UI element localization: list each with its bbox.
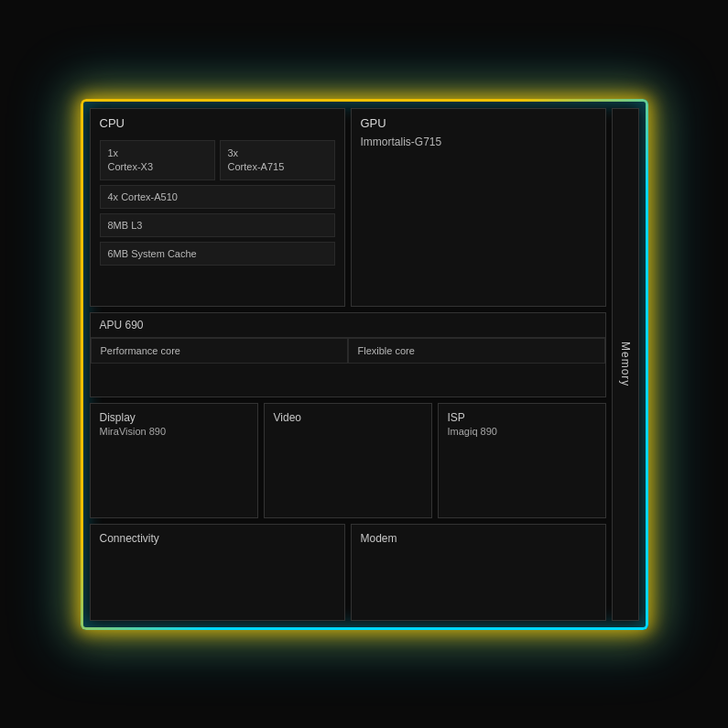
gpu-label: GPU (361, 116, 596, 130)
apu-label: APU 690 (91, 313, 605, 338)
apu-perf-core: Performance core (91, 338, 348, 364)
cpu-block: CPU 1x Cortex-X3 3x Cortex-A715 4x Corte… (90, 108, 345, 308)
row-connectivity: Connectivity Modem (90, 524, 606, 621)
apu-cores: Performance core Flexible core (91, 338, 605, 364)
video-block: Video (264, 403, 432, 518)
cpu-cortex-a510: 4x Cortex-A510 (100, 185, 335, 209)
apu-flex-core: Flexible core (348, 338, 605, 364)
main-area: CPU 1x Cortex-X3 3x Cortex-A715 4x Corte… (90, 108, 606, 621)
chip-diagram: CPU 1x Cortex-X3 3x Cortex-A715 4x Corte… (81, 99, 648, 630)
isp-label: ISP (448, 411, 596, 424)
cpu-system-cache: 6MB System Cache (100, 242, 335, 266)
display-name: MiraVision 890 (100, 426, 248, 437)
row-cpu-gpu: CPU 1x Cortex-X3 3x Cortex-A715 4x Corte… (90, 108, 606, 308)
row-display: Display MiraVision 890 Video ISP Imagiq … (90, 403, 606, 518)
isp-name: Imagiq 890 (448, 426, 596, 437)
isp-block: ISP Imagiq 890 (438, 403, 606, 518)
gpu-name: Immortalis-G715 (361, 136, 596, 148)
cpu-label: CPU (100, 116, 335, 130)
connectivity-label: Connectivity (100, 532, 159, 545)
cpu-l3-cache: 8MB L3 (100, 213, 335, 237)
memory-block: Memory (612, 108, 639, 621)
display-block: Display MiraVision 890 (90, 403, 258, 518)
cpu-cortex-x3: 1x Cortex-X3 (100, 140, 215, 181)
memory-label: Memory (619, 342, 632, 386)
modem-label: Modem (361, 532, 397, 545)
cpu-row1: 1x Cortex-X3 3x Cortex-A715 (100, 140, 335, 181)
apu-block: APU 690 Performance core Flexible core (90, 312, 606, 397)
gpu-block: GPU Immortalis-G715 (351, 108, 606, 308)
chip-inner: CPU 1x Cortex-X3 3x Cortex-A715 4x Corte… (81, 99, 648, 630)
modem-block: Modem (351, 524, 606, 621)
display-label: Display (100, 411, 248, 424)
video-label: Video (274, 411, 422, 424)
cpu-cortex-a715: 3x Cortex-A715 (220, 140, 335, 181)
connectivity-block: Connectivity (90, 524, 345, 621)
